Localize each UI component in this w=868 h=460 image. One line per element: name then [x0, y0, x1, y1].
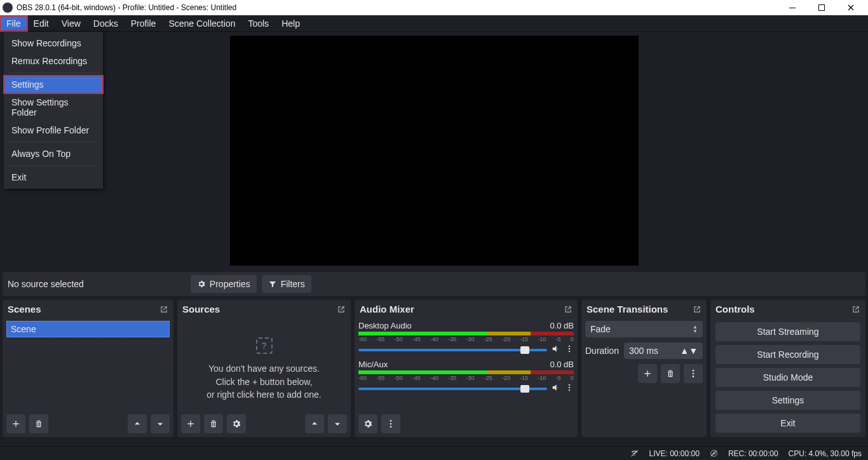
- volume-slider[interactable]: [358, 349, 547, 351]
- channel-db: 0.0 dB: [550, 360, 574, 369]
- controls-settings-button[interactable]: Settings: [715, 391, 860, 410]
- transition-menu-button[interactable]: [684, 364, 703, 383]
- speaker-icon[interactable]: [551, 344, 561, 356]
- menu-docks[interactable]: Docks: [87, 16, 125, 31]
- studio-mode-button[interactable]: Studio Mode: [715, 368, 860, 387]
- mixer-title: Audio Mixer: [360, 304, 414, 315]
- start-streaming-button[interactable]: Start Streaming: [715, 322, 860, 341]
- filters-label: Filters: [281, 279, 305, 289]
- channel-db: 0.0 dB: [550, 321, 574, 330]
- window-minimize-button[interactable]: [778, 0, 807, 15]
- menu-show-settings-folder[interactable]: Show Settings Folder: [4, 93, 103, 121]
- channel-name: Mic/Aux: [358, 360, 550, 369]
- menu-separator: [9, 72, 98, 73]
- properties-button[interactable]: Properties: [191, 275, 257, 293]
- audio-mixer-dock: Audio Mixer Desktop Audio 0.0 dB -60-55-…: [355, 300, 578, 437]
- menu-file[interactable]: File: [0, 16, 27, 31]
- duration-input[interactable]: 300 ms ▲▼: [624, 342, 703, 359]
- mixer-settings-button[interactable]: [358, 414, 377, 433]
- svg-rect-1: [789, 8, 796, 8]
- remove-transition-button[interactable]: [661, 364, 680, 383]
- add-source-button[interactable]: [181, 414, 200, 433]
- menu-separator: [9, 142, 98, 142]
- controls-exit-button[interactable]: Exit: [715, 414, 860, 433]
- popout-icon[interactable]: [693, 305, 702, 314]
- window-title: OBS 28.0.1 (64-bit, windows) - Profile: …: [17, 3, 778, 12]
- sources-dock: Sources You don't have any sources. Clic…: [177, 300, 351, 437]
- svg-point-10: [390, 423, 392, 425]
- mixer-scale: -60-55-50-45-40-35-30-25-20-15-10-50: [358, 336, 574, 342]
- scene-item[interactable]: Scene: [6, 321, 170, 337]
- svg-point-0: [5, 5, 10, 10]
- menu-view[interactable]: View: [55, 16, 87, 31]
- menu-exit[interactable]: Exit: [4, 168, 103, 186]
- source-context-toolbar: No source selected Properties Filters: [3, 272, 865, 296]
- window-maximize-button[interactable]: [807, 0, 836, 15]
- status-disk-icon: [710, 449, 718, 457]
- svg-point-3: [569, 346, 570, 347]
- add-transition-button[interactable]: [638, 364, 657, 383]
- menu-remux-recordings[interactable]: Remux Recordings: [4, 52, 103, 70]
- channel-menu-button[interactable]: [565, 344, 574, 356]
- sources-empty-state[interactable]: You don't have any sources. Click the + …: [181, 321, 347, 401]
- obs-app-icon: [3, 3, 13, 13]
- start-recording-button[interactable]: Start Recording: [715, 345, 860, 364]
- speaker-icon[interactable]: [551, 382, 561, 395]
- mixer-scale: -60-55-50-45-40-35-30-25-20-15-10-50: [358, 375, 574, 381]
- svg-point-9: [390, 420, 392, 422]
- no-source-label: No source selected: [8, 279, 84, 289]
- scene-up-button[interactable]: [128, 414, 147, 433]
- channel-menu-button[interactable]: [565, 382, 574, 395]
- status-live: LIVE: 00:00:00: [649, 449, 699, 458]
- status-bar: LIVE: 00:00:00 REC: 00:00:00 CPU: 4.0%, …: [0, 446, 868, 460]
- preview-canvas[interactable]: [230, 36, 639, 266]
- popout-icon[interactable]: [564, 305, 573, 314]
- popout-icon[interactable]: [851, 305, 860, 314]
- svg-point-4: [569, 348, 570, 349]
- transition-select[interactable]: Fade ▲▼: [585, 321, 703, 337]
- remove-source-button[interactable]: [204, 414, 223, 433]
- svg-point-5: [569, 351, 570, 352]
- window-close-button[interactable]: [836, 0, 865, 15]
- spinner-icon[interactable]: ▲▼: [693, 325, 698, 334]
- audio-meter: [358, 332, 574, 335]
- question-placeholder-icon: [256, 337, 273, 354]
- source-up-button[interactable]: [305, 414, 324, 433]
- menu-always-on-top[interactable]: Always On Top: [4, 145, 103, 163]
- mixer-menu-button[interactable]: [381, 414, 400, 433]
- scenes-dock: Scenes Scene: [3, 300, 173, 437]
- sources-empty-line1: You don't have any sources.: [181, 362, 347, 375]
- source-properties-button[interactable]: [227, 414, 246, 433]
- svg-point-11: [390, 426, 392, 428]
- sources-title: Sources: [182, 304, 220, 315]
- sources-empty-line2: Click the + button below,: [181, 375, 347, 388]
- menu-help[interactable]: Help: [275, 16, 306, 31]
- status-cpu: CPU: 4.0%, 30.00 fps: [789, 449, 862, 458]
- mixer-channel: Desktop Audio 0.0 dB -60-55-50-45-40-35-…: [358, 321, 574, 356]
- popout-icon[interactable]: [159, 305, 168, 314]
- menu-profile[interactable]: Profile: [125, 16, 163, 31]
- svg-line-16: [711, 450, 717, 456]
- menu-settings[interactable]: Settings: [4, 76, 103, 93]
- source-down-button[interactable]: [328, 414, 347, 433]
- remove-scene-button[interactable]: [29, 414, 48, 433]
- svg-rect-2: [819, 5, 825, 11]
- spinner-icon[interactable]: ▲▼: [680, 346, 698, 356]
- menu-scene-collection[interactable]: Scene Collection: [162, 16, 241, 31]
- menu-separator: [9, 165, 98, 166]
- transitions-dock: Scene Transitions Fade ▲▼ Duration 300 m…: [581, 300, 707, 437]
- menu-edit[interactable]: Edit: [27, 16, 55, 31]
- add-scene-button[interactable]: [6, 414, 25, 433]
- scene-down-button[interactable]: [151, 414, 170, 433]
- svg-point-6: [569, 384, 570, 386]
- svg-point-7: [569, 387, 570, 388]
- menu-show-recordings[interactable]: Show Recordings: [4, 34, 103, 52]
- filters-button[interactable]: Filters: [262, 275, 311, 293]
- menu-tools[interactable]: Tools: [241, 16, 275, 31]
- window-titlebar: OBS 28.0.1 (64-bit, windows) - Profile: …: [0, 0, 868, 15]
- volume-slider[interactable]: [358, 388, 547, 390]
- svg-point-13: [693, 373, 695, 375]
- controls-dock: Controls Start Streaming Start Recording…: [710, 300, 865, 437]
- menu-show-profile-folder[interactable]: Show Profile Folder: [4, 121, 103, 139]
- popout-icon[interactable]: [337, 305, 346, 314]
